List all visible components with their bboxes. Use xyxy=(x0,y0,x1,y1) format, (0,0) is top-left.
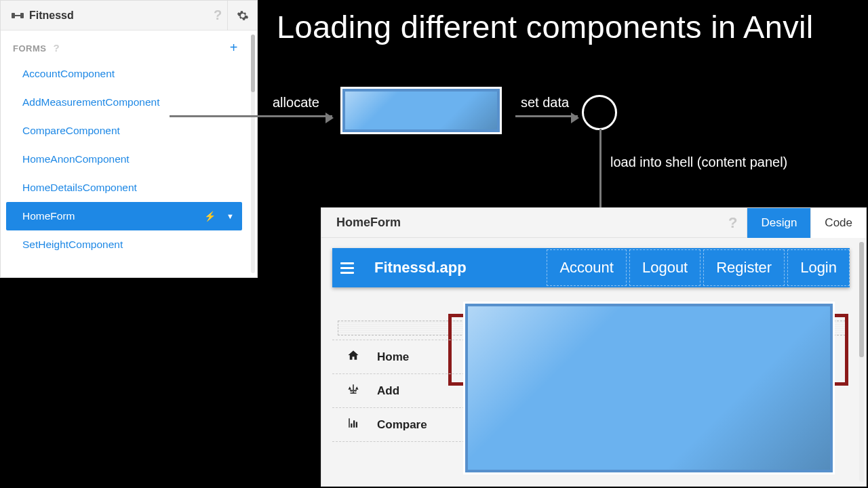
form-item-compare[interactable]: CompareComponent xyxy=(6,117,242,145)
form-item-addmeasurement[interactable]: AddMeasurementComponent xyxy=(6,88,242,117)
scrollbar-thumb[interactable] xyxy=(251,35,255,92)
add-form-button[interactable]: + xyxy=(230,40,238,56)
forms-section-header: FORMS ? + xyxy=(1,30,248,60)
scrollbar[interactable] xyxy=(251,35,255,273)
forms-explorer-panel: Fitnessd ? FORMS ? + AccountComponent Ad… xyxy=(0,0,258,278)
slide-title: Loading different components in Anvil xyxy=(277,8,814,45)
hamburger-button[interactable] xyxy=(332,262,362,274)
data-node-circle xyxy=(582,95,617,130)
component-box-in-shell xyxy=(463,302,835,474)
dumbbell-icon xyxy=(12,9,24,22)
nav-item-logout[interactable]: Logout xyxy=(629,249,701,286)
app-brand: Fitnessd.app xyxy=(374,259,467,277)
arrow-allocate xyxy=(170,115,332,117)
home-icon xyxy=(346,349,361,365)
allocate-label: allocate xyxy=(273,95,319,110)
tab-design[interactable]: Design xyxy=(747,208,810,238)
app-side-menu: Home Add Compare xyxy=(332,340,465,442)
designer-form-title: HomeForm xyxy=(336,216,401,230)
bars-icon xyxy=(346,417,361,432)
side-menu-item-home[interactable]: Home xyxy=(332,340,465,374)
help-icon[interactable]: ? xyxy=(208,6,227,25)
forms-explorer-body: FORMS ? + AccountComponent AddMeasuremen… xyxy=(1,30,257,277)
bolt-icon: ⚡ xyxy=(204,211,216,222)
scrollbar[interactable] xyxy=(859,242,864,482)
arrow-setdata xyxy=(515,115,578,117)
nav-item-login[interactable]: Login xyxy=(787,249,850,286)
forms-explorer-header: Fitnessd ? xyxy=(1,1,257,30)
side-menu-item-add[interactable]: Add xyxy=(332,374,465,408)
component-box-small xyxy=(340,87,502,134)
scrollbar-thumb[interactable] xyxy=(859,242,864,357)
form-item-account[interactable]: AccountComponent xyxy=(6,60,242,88)
app-title-text: Fitnessd xyxy=(29,9,74,22)
loadshell-label: load into shell (content panel) xyxy=(610,155,787,170)
form-item-homeform[interactable]: HomeForm ⚡ ▼ xyxy=(6,202,242,230)
forms-section-label: FORMS xyxy=(13,43,46,54)
nav-item-account[interactable]: Account xyxy=(547,249,627,286)
side-menu-item-compare[interactable]: Compare xyxy=(332,408,465,442)
form-item-homedetails[interactable]: HomeDetailsComponent xyxy=(6,174,242,202)
help-icon[interactable]: ? xyxy=(54,42,60,54)
app-title: Fitnessd xyxy=(12,9,74,22)
tab-code[interactable]: Code xyxy=(810,208,866,238)
designer-header: HomeForm ? Design Code xyxy=(321,208,866,238)
help-icon[interactable]: ? xyxy=(719,214,747,232)
settings-button[interactable] xyxy=(227,1,257,30)
gear-icon xyxy=(237,9,249,22)
scales-icon xyxy=(346,383,361,399)
nav-item-register[interactable]: Register xyxy=(703,249,785,286)
forms-list: AccountComponent AddMeasurementComponent… xyxy=(1,60,248,259)
app-topnav: Fitnessd.app Account Logout Register Log… xyxy=(332,248,850,287)
form-item-setheight[interactable]: SetHeightComponent xyxy=(6,230,242,259)
setdata-label: set data xyxy=(521,95,569,110)
form-item-homeanon[interactable]: HomeAnonComponent xyxy=(6,145,242,174)
chevron-down-icon[interactable]: ▼ xyxy=(226,212,234,220)
